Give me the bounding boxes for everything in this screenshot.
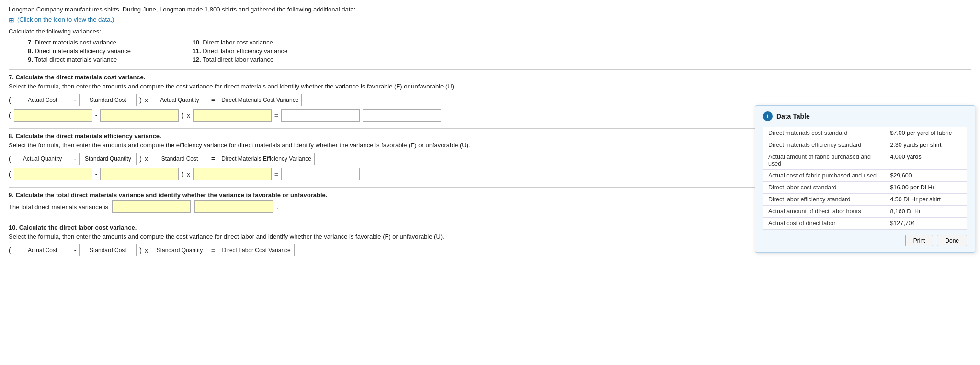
section-7-header: 7. Calculate the direct materials cost v… — [9, 69, 971, 81]
s8-cell1-label: Actual Quantity — [14, 153, 71, 165]
s7-fav-input[interactable] — [363, 109, 441, 122]
data-table-row: Direct materials cost standard$7.00 per … — [763, 127, 967, 139]
data-row-value: 2.30 yards per shirt — [885, 139, 967, 151]
s8-fav-input[interactable] — [363, 168, 441, 180]
equals-7: = — [211, 96, 215, 104]
item-9: 9. Total direct materials variance — [28, 56, 191, 63]
data-row-label: Direct labor efficiency standard — [763, 194, 885, 206]
data-table-title: Data Table — [776, 112, 810, 120]
s7-result-label: Direct Materials Cost Variance — [218, 94, 302, 106]
item-10-text: Direct labor cost variance — [203, 39, 273, 46]
popup-footer: Print Done — [763, 235, 967, 246]
close-paren-7i: ) — [182, 111, 184, 119]
numbered-col2: 10. Direct labor cost variance 11. Direc… — [193, 39, 355, 65]
item-7-text: Direct materials cost variance — [34, 39, 116, 46]
data-row-value: $127,704 — [885, 218, 967, 230]
data-table-row: Direct labor efficiency standard4.50 DLH… — [763, 194, 967, 206]
open-paren-7: ( — [9, 96, 11, 104]
close-paren-10: ) — [139, 246, 142, 254]
s9-fav-input[interactable] — [194, 200, 273, 213]
open-paren-10: ( — [9, 246, 11, 254]
s8-cell3-label: Standard Cost — [151, 153, 208, 165]
data-row-label: Direct labor cost standard — [763, 182, 885, 194]
data-table-inner: Direct materials cost standard$7.00 per … — [763, 127, 967, 230]
s7-cell1-label: Actual Cost — [14, 94, 71, 106]
data-row-value: 4,000 yards — [885, 151, 967, 170]
close-paren-7: ) — [139, 96, 142, 104]
times-7: x — [145, 96, 148, 104]
open-paren-8: ( — [9, 155, 11, 163]
s7-result-input[interactable] — [281, 109, 360, 122]
s8-result-input[interactable] — [281, 168, 360, 180]
item-11-text: Direct labor efficiency variance — [203, 47, 287, 55]
s7-cell2-label: Standard Cost — [79, 94, 137, 106]
s9-total-input[interactable] — [112, 200, 191, 213]
item-11: 11. Direct labor efficiency variance — [193, 47, 355, 55]
s8-input3[interactable] — [193, 168, 272, 180]
data-row-label: Actual cost of fabric purchased and used — [763, 170, 885, 182]
data-link[interactable]: (Click on the icon to view the data.) — [9, 16, 114, 23]
data-row-value: $7.00 per yard of fabric — [885, 127, 967, 139]
close-paren-8i: ) — [182, 170, 184, 178]
open-paren-7i: ( — [9, 111, 11, 119]
total-text: The total direct materials variance is — [9, 203, 108, 210]
s10-result-label: Direct Labor Cost Variance — [218, 244, 295, 256]
data-row-value: 4.50 DLHr per shirt — [885, 194, 967, 206]
data-row-label: Direct materials cost standard — [763, 127, 885, 139]
item-9-text: Total direct materials variance — [34, 56, 117, 63]
data-row-value: $29,600 — [885, 170, 967, 182]
data-table-row: Direct labor cost standard$16.00 per DLH… — [763, 182, 967, 194]
times-10: x — [145, 246, 148, 254]
s10-cell1-label: Actual Cost — [14, 244, 71, 256]
s8-input2[interactable] — [100, 168, 179, 180]
calc-label: Calculate the following variances: — [9, 28, 971, 35]
equals-10: = — [211, 246, 215, 254]
item-8-text: Direct materials efficiency variance — [34, 47, 131, 55]
s7-input1[interactable] — [14, 109, 92, 122]
item-8: 8. Direct materials efficiency variance — [28, 47, 191, 55]
item-9-num: 9. — [28, 56, 33, 63]
times-8: x — [145, 155, 148, 163]
equals-8: = — [211, 155, 215, 163]
s8-result-label: Direct Materials Efficiency Variance — [218, 153, 315, 165]
data-row-label: Actual amount of direct labor hours — [763, 206, 885, 218]
item-12-text: Total direct labor variance — [203, 56, 273, 63]
item-10: 10. Direct labor cost variance — [193, 39, 355, 46]
data-table-row: Direct materials efficiency standard2.30… — [763, 139, 967, 151]
print-button[interactable]: Print — [905, 235, 934, 246]
data-table-row: Actual amount of direct labor hours8,160… — [763, 206, 967, 218]
done-button[interactable]: Done — [937, 235, 967, 246]
info-icon: i — [763, 111, 773, 121]
numbered-list: 7. Direct materials cost variance 8. Dir… — [28, 39, 971, 65]
item-11-num: 11. — [193, 47, 201, 55]
data-table-row: Actual amount of fabric purchased and us… — [763, 151, 967, 170]
s7-input3[interactable] — [193, 109, 272, 122]
minus-8: - — [74, 155, 77, 163]
equals-8i: = — [274, 170, 278, 178]
times-7i: x — [187, 111, 190, 119]
s10-cell2-label: Standard Cost — [79, 244, 137, 256]
data-row-value: $16.00 per DLHr — [885, 182, 967, 194]
minus-10: - — [74, 246, 77, 254]
s7-input2[interactable] — [100, 109, 179, 122]
item-12-num: 12. — [193, 56, 201, 63]
item-7-num: 7. — [28, 39, 33, 46]
s8-input1[interactable] — [14, 168, 92, 180]
data-table-header: i Data Table — [763, 111, 967, 121]
grid-icon — [9, 16, 15, 23]
s8-cell2-label: Standard Quantity — [79, 153, 137, 165]
numbered-col1: 7. Direct materials cost variance 8. Dir… — [28, 39, 191, 65]
times-8i: x — [187, 170, 190, 178]
s10-cell3-label: Standard Quantity — [151, 244, 208, 256]
data-row-label: Actual amount of fabric purchased and us… — [763, 151, 885, 170]
item-8-num: 8. — [28, 47, 33, 55]
data-link-text[interactable]: (Click on the icon to view the data.) — [17, 16, 114, 23]
close-paren-8: ) — [139, 155, 142, 163]
data-row-label: Direct materials efficiency standard — [763, 139, 885, 151]
minus-7: - — [74, 96, 77, 104]
s7-cell3-label: Actual Quantity — [151, 94, 208, 106]
open-paren-8i: ( — [9, 170, 11, 178]
section-7-formula-labeled: ( Actual Cost - Standard Cost ) x Actual… — [9, 94, 971, 106]
section-7-instruction: Select the formula, then enter the amoun… — [9, 83, 971, 90]
data-table-row: Actual cost of direct labor$127,704 — [763, 218, 967, 230]
